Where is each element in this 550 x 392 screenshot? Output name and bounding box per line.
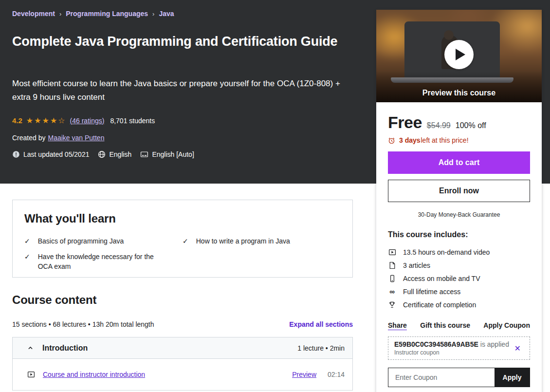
enroll-now-button[interactable]: Enroll now <box>388 180 530 202</box>
card-actions-row: Share Gift this course Apply Coupon <box>388 321 530 329</box>
section-title: Introduction <box>42 344 88 353</box>
course-preview-thumbnail[interactable]: Preview this course <box>376 10 542 102</box>
share-link[interactable]: Share <box>388 321 407 329</box>
what-youll-learn-title: What you'll learn <box>24 212 341 225</box>
lecture-row: Course and instructor introduction Previ… <box>13 359 352 390</box>
preview-course-label[interactable]: Preview this course <box>376 89 542 97</box>
remove-coupon-icon[interactable]: ✕ <box>512 344 524 353</box>
play-video-icon <box>27 371 35 378</box>
learn-item: ✓Have the knowledge necessary for the OC… <box>24 252 183 271</box>
original-price: $54.99 <box>427 121 451 130</box>
course-title: Complete Java Programming and Certificat… <box>12 32 353 51</box>
current-price: Free <box>388 113 422 132</box>
captions-icon <box>140 150 148 158</box>
purchase-card: Preview this course Free $54.99 100% off… <box>376 10 542 392</box>
section-meta: 1 lecture • 2min <box>297 344 345 352</box>
apply-coupon-button[interactable]: Apply <box>495 368 530 387</box>
lecture-duration: 02:14 <box>316 371 345 378</box>
star-rating-icon: ★★★★☆ <box>26 117 66 125</box>
course-content-accordion: Introduction 1 lecture • 2min Course and… <box>12 337 353 391</box>
checkmark-icon: ✓ <box>24 252 30 271</box>
play-button[interactable] <box>444 40 474 69</box>
mobile-icon <box>388 275 396 282</box>
section-header-introduction[interactable]: Introduction 1 lecture • 2min <box>13 337 352 359</box>
trophy-icon <box>388 301 396 309</box>
lecture-preview-link[interactable]: Preview <box>292 371 316 378</box>
include-item-articles: 3 articles <box>388 259 530 272</box>
applied-coupon-box: E59B0C0C394586A9AB5Eis applied Instructo… <box>388 336 530 360</box>
include-item-video: 13.5 hours on-demand video <box>388 245 530 259</box>
article-icon <box>388 261 396 269</box>
breadcrumb-programming-languages[interactable]: Programming Languages <box>66 10 148 18</box>
gift-course-link[interactable]: Gift this course <box>420 321 470 329</box>
infinity-icon: ∞ <box>388 288 396 295</box>
include-item-lifetime: ∞Full lifetime access <box>388 285 530 298</box>
what-youll-learn-box: What you'll learn ✓Basics of programming… <box>12 200 353 278</box>
globe-icon <box>98 150 106 158</box>
course-subtitle: Most efficient course to learn the Java … <box>12 77 359 104</box>
breadcrumb-development[interactable]: Development <box>12 10 55 18</box>
lecture-title-link[interactable]: Course and instructor introduction <box>43 371 145 378</box>
learn-item: ✓How to write a program in Java <box>183 236 341 246</box>
expand-all-sections-link[interactable]: Expand all sections <box>289 320 353 328</box>
add-to-cart-button[interactable]: Add to cart <box>388 151 530 174</box>
created-by-label: Created by <box>12 134 45 142</box>
discount-percent: 100% off <box>456 121 486 130</box>
ratings-count-link[interactable]: (46 ratings) <box>70 117 105 125</box>
instructor-link[interactable]: Maaike van Putten <box>48 134 104 142</box>
course-captions: English [Auto] <box>140 150 194 158</box>
coupon-input-row: Apply <box>388 368 530 387</box>
course-language: English <box>98 150 131 158</box>
last-updated: Last updated 05/2021 <box>12 150 89 158</box>
apply-coupon-link[interactable]: Apply Coupon <box>483 321 530 329</box>
course-content-summary: 15 sections • 68 lectures • 13h 20m tota… <box>12 320 154 328</box>
breadcrumb-separator-icon: › <box>59 10 61 18</box>
include-item-certificate: Certificate of completion <box>388 298 530 311</box>
include-item-mobile: Access on mobile and TV <box>388 272 530 285</box>
learn-item: ✓Basics of programming Java <box>24 236 183 246</box>
chevron-up-icon <box>27 345 34 351</box>
thumbnail-shade <box>376 71 542 102</box>
students-count: 8,701 students <box>110 117 155 125</box>
urgency-banner: 3 days left at this price! <box>388 136 530 144</box>
course-landing-page: Development › Programming Languages › Ja… <box>0 0 550 392</box>
applied-coupon-code: E59B0C0C394586A9AB5Eis applied <box>394 340 512 348</box>
play-video-icon <box>388 248 396 256</box>
breadcrumb-separator-icon: › <box>152 10 154 18</box>
checkmark-icon: ✓ <box>183 236 188 246</box>
coupon-source: Instructor coupon <box>394 349 512 356</box>
price-row: Free $54.99 100% off <box>388 113 530 132</box>
alert-icon <box>12 150 20 158</box>
course-content-title: Course content <box>12 293 96 307</box>
rating-value: 4.2 <box>12 116 22 125</box>
breadcrumb-java[interactable]: Java <box>159 10 174 18</box>
play-icon <box>456 49 465 60</box>
rating-row: 4.2 ★★★★☆ (46 ratings) 8,701 students <box>12 116 155 125</box>
created-by-row: Created byMaaike van Putten <box>12 134 104 142</box>
course-content-meta: 15 sections • 68 lectures • 13h 20m tota… <box>12 320 353 328</box>
alarm-clock-icon <box>388 137 395 144</box>
breadcrumb: Development › Programming Languages › Ja… <box>12 10 174 18</box>
course-includes-title: This course includes: <box>388 230 530 239</box>
coupon-input[interactable] <box>388 368 495 387</box>
course-includes-list: 13.5 hours on-demand video 3 articles Ac… <box>388 245 530 311</box>
checkmark-icon: ✓ <box>24 236 30 246</box>
money-back-guarantee: 30-Day Money-Back Guarantee <box>388 211 530 218</box>
course-meta-row: Last updated 05/2021 English English [Au… <box>12 150 198 158</box>
